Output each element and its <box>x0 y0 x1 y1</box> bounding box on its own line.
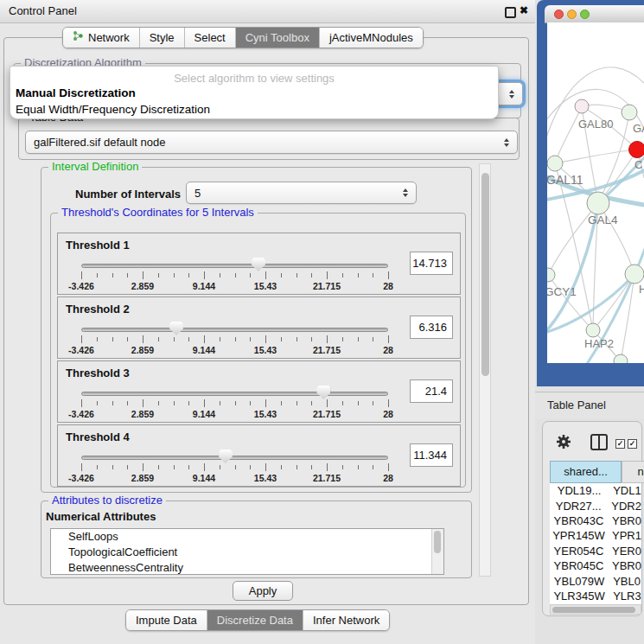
slider-tick <box>204 271 205 279</box>
slider-tick <box>204 335 205 343</box>
panel-title: Control Panel <box>9 4 77 17</box>
slider-thumb[interactable] <box>169 322 183 335</box>
algorithm-option-equal-width-frequency-discretization[interactable]: Equal Width/Frequency Discretization <box>10 101 498 118</box>
network-node[interactable] <box>586 323 600 337</box>
slider-tick <box>143 271 143 279</box>
scale-label: 15.43 <box>254 281 277 291</box>
table-cell[interactable]: YDL1 <box>609 484 641 497</box>
checkbox-icon[interactable]: ✓ <box>615 439 625 449</box>
slider-track[interactable] <box>81 328 388 332</box>
network-node[interactable] <box>575 99 589 113</box>
table-cell[interactable]: YBL0 <box>609 575 641 588</box>
close-icon[interactable]: ✖ <box>520 4 528 16</box>
network-node[interactable] <box>625 265 644 284</box>
slider-tick <box>265 463 266 471</box>
table-row[interactable]: YPR145WYPR1 <box>550 528 641 543</box>
table-cell[interactable]: YDL19... <box>550 484 609 497</box>
settings-scrollbar-thumb[interactable] <box>481 173 489 376</box>
split-columns-icon[interactable] <box>590 434 608 450</box>
table-cell[interactable]: YBR043C <box>550 514 608 527</box>
slider-tick <box>250 273 251 277</box>
tab-label: jActiveMNodules <box>329 29 413 48</box>
network-node[interactable] <box>547 268 555 282</box>
attributes-list-scrollbar[interactable] <box>431 529 443 574</box>
slider-thumb[interactable] <box>219 450 233 463</box>
slider-thumb[interactable] <box>252 258 265 271</box>
slider-tick <box>265 335 266 343</box>
table-data-value: galFiltered.sif default node <box>34 136 165 149</box>
bottom-tab-discretize-data[interactable]: Discretize Data <box>207 610 303 630</box>
scale-label: -3.426 <box>68 409 94 419</box>
slider-track[interactable] <box>81 392 388 396</box>
close-traffic-light-icon[interactable] <box>554 10 564 19</box>
column-header-shared-name[interactable]: shared... <box>550 461 622 483</box>
threshold-value-input[interactable] <box>410 316 453 339</box>
apply-button[interactable]: Apply <box>233 581 293 601</box>
table-row[interactable]: YDL19...YDL1 <box>550 483 641 498</box>
attribute-item-selfloops[interactable]: SelfLoops <box>51 529 443 545</box>
dropdown-placeholder: Select algorithm to view settings <box>10 67 498 85</box>
table-cell[interactable]: YBR0 <box>608 559 641 572</box>
table-scrollbar-thumb[interactable] <box>552 607 635 613</box>
slider-track[interactable] <box>81 264 388 268</box>
attribute-item-betweennesscentrality[interactable]: BetweennessCentrality <box>51 560 443 575</box>
table-cell[interactable]: YLR345W <box>550 590 609 603</box>
slider-tick <box>158 273 159 277</box>
algorithm-option-manual-discretization[interactable]: Manual Discretization <box>10 85 498 101</box>
table-data-combo[interactable]: galFiltered.sif default node <box>25 131 518 154</box>
slider-track[interactable] <box>81 456 388 460</box>
scale-label: 28 <box>383 345 393 355</box>
column-header-name[interactable]: na <box>622 461 644 483</box>
attribute-item-topologicalcoefficient[interactable]: TopologicalCoefficient <box>51 545 443 560</box>
num-intervals-combo[interactable]: 5 <box>186 182 417 204</box>
table-horizontal-scrollbar[interactable] <box>550 604 641 615</box>
scale-label: 9.144 <box>193 345 215 355</box>
table-row[interactable]: YER054CYER0 <box>550 544 641 558</box>
bottom-tab-infer-network[interactable]: Infer Network <box>303 610 389 630</box>
network-node[interactable] <box>547 156 563 171</box>
table-row[interactable]: YDR27...YDR2 <box>550 498 641 513</box>
table-row[interactable]: YBR045CYBR0 <box>550 558 641 573</box>
table-cell[interactable]: YBR045C <box>550 559 608 572</box>
scale-label: 9.144 <box>193 409 215 419</box>
table-cell[interactable]: YLR3 <box>609 590 641 603</box>
settings-scrollbar[interactable] <box>479 163 491 577</box>
table-cell[interactable]: YPR1 <box>608 529 641 542</box>
table-row[interactable]: YBL079WYBL0 <box>550 573 641 588</box>
slider-tick <box>112 273 113 277</box>
slider-tick <box>112 337 113 341</box>
table-cell[interactable]: YER0 <box>608 545 641 558</box>
numerical-attributes-label: Numerical Attributes <box>46 510 156 523</box>
float-window-icon[interactable] <box>505 7 516 18</box>
tab-network[interactable]: Network <box>63 28 139 48</box>
threshold-value-input[interactable] <box>410 252 453 275</box>
tab-cyni-toolbox[interactable]: Cyni Toolbox <box>235 28 319 48</box>
slider-tick <box>250 337 251 341</box>
gear-icon[interactable] <box>556 434 571 452</box>
network-canvas[interactable]: GAL80GACGAL11GAL4GCY1HHAP2 <box>547 22 644 363</box>
tab-jactivemnodules[interactable]: jActiveMNodules <box>319 28 423 48</box>
checkbox-icon[interactable]: ✓ <box>628 439 637 449</box>
network-window-titlebar[interactable] <box>545 5 644 23</box>
tab-style[interactable]: Style <box>139 28 184 48</box>
table-cell[interactable]: YBL079W <box>550 575 609 588</box>
table-cell[interactable]: YER054C <box>550 545 608 558</box>
scale-label: 15.43 <box>254 473 277 483</box>
minimize-traffic-light-icon[interactable] <box>567 10 577 19</box>
network-node[interactable] <box>622 105 637 120</box>
scale-label: -3.426 <box>68 281 94 291</box>
table-cell[interactable]: YBR0 <box>608 514 641 527</box>
table-cell[interactable]: YPR145W <box>550 529 608 542</box>
table-row[interactable]: YLR345WYLR3 <box>550 589 641 603</box>
table-cell[interactable]: YDR27... <box>550 500 607 513</box>
tab-select[interactable]: Select <box>184 28 235 48</box>
threshold-value-input[interactable] <box>410 379 453 403</box>
table-cell[interactable]: YDR2 <box>607 500 641 513</box>
zoom-traffic-light-icon[interactable] <box>580 10 590 19</box>
network-node[interactable] <box>629 142 644 158</box>
network-node[interactable] <box>587 192 609 214</box>
threshold-value-input[interactable] <box>410 443 453 467</box>
bottom-tab-impute-data[interactable]: Impute Data <box>126 610 207 630</box>
slider-thumb[interactable] <box>316 386 330 399</box>
table-row[interactable]: YBR043CYBR0 <box>550 513 641 528</box>
